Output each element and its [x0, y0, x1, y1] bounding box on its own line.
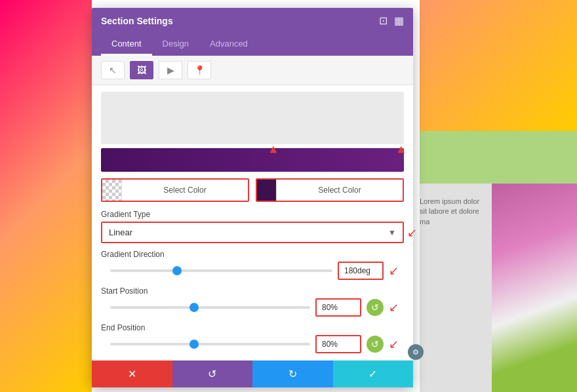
corner-settings-icon[interactable]: ⚙ — [408, 344, 424, 360]
start-position-reset-btn[interactable]: ↺ — [367, 299, 384, 316]
start-position-input[interactable] — [315, 298, 361, 317]
color-select-label-2: Select Color — [277, 186, 403, 195]
gradient-direction-row: ↙ — [110, 262, 395, 280]
cancel-button[interactable]: ✕ — [92, 361, 172, 387]
columns-icon[interactable]: ▦ — [394, 14, 404, 27]
bg-right-top — [420, 0, 577, 131]
gradient-direction-track — [110, 269, 332, 272]
color-select-btn-2[interactable]: Select Color — [256, 178, 404, 202]
modal-header-icons: ⊡ ▦ — [379, 14, 404, 27]
color-select-btn-1[interactable]: Select Color — [101, 178, 249, 202]
color-swatch-1 — [102, 180, 122, 201]
gradient-arrow-right: ▼ — [395, 143, 407, 157]
start-position-row: ↺ ↙ — [110, 298, 395, 317]
modal-footer: ✕ ↺ ↻ ✓ — [92, 360, 413, 387]
color-swatch-2 — [257, 180, 277, 201]
end-position-row: ↺ ↙ — [110, 335, 395, 353]
end-position-arrow: ↙ — [389, 337, 399, 351]
gradient-direction-thumb[interactable] — [172, 266, 182, 275]
preview-area — [101, 92, 404, 144]
icon-video[interactable]: ▶ — [159, 61, 182, 79]
gradient-direction-label: Gradient Direction — [101, 250, 404, 259]
gradient-type-arrow-indicator: ↙ — [407, 225, 417, 240]
modal-title: Section Settings — [101, 16, 173, 26]
gradient-direction-input[interactable] — [338, 262, 384, 280]
bg-left — [0, 0, 92, 392]
modal-tabs: Content Design Advanced — [92, 33, 413, 56]
icon-image[interactable]: 🖼 — [130, 61, 153, 79]
fullscreen-icon[interactable]: ⊡ — [379, 14, 388, 27]
redo-button[interactable]: ↻ — [252, 361, 333, 387]
end-position-thumb[interactable] — [189, 340, 199, 349]
start-position-label: Start Position — [101, 286, 404, 296]
icon-cursor[interactable]: ↖ — [101, 61, 125, 79]
gradient-type-label: Gradient Type — [101, 210, 404, 219]
start-position-track — [110, 306, 310, 309]
bg-photo — [492, 184, 577, 392]
gradient-type-group: Gradient Type Linear Radial ▼ ↙ — [101, 210, 404, 243]
gradient-bar: ▼ ▼ — [101, 148, 404, 172]
icon-row: ↖ 🖼 ▶ 📍 — [92, 56, 413, 85]
icon-map[interactable]: 📍 — [188, 61, 211, 79]
section-settings-modal: Section Settings ⊡ ▦ Content Design Adva… — [92, 8, 413, 387]
end-position-label: End Position — [101, 323, 404, 332]
tab-advanced[interactable]: Advanced — [199, 33, 258, 56]
lorem-text: Lorem ipsum dolor sit labore et dolore m… — [420, 197, 485, 227]
tab-content[interactable]: Content — [101, 33, 152, 56]
color-selectors: Select Color Select Color — [101, 178, 404, 202]
gradient-type-select[interactable]: Linear Radial — [102, 223, 403, 242]
gradient-direction-arrow: ↙ — [389, 264, 399, 278]
confirm-button[interactable]: ✓ — [333, 361, 414, 387]
gradient-direction-group: Gradient Direction ↙ — [101, 250, 404, 280]
color-select-label-1: Select Color — [122, 186, 248, 195]
end-position-track — [110, 343, 310, 345]
end-position-group: End Position ↺ ↙ — [101, 323, 404, 353]
start-position-arrow: ↙ — [389, 300, 399, 315]
end-position-reset-btn[interactable]: ↺ — [367, 336, 384, 353]
end-position-input[interactable] — [315, 335, 361, 353]
start-position-thumb[interactable] — [189, 303, 199, 312]
gradient-arrow-left: ▼ — [268, 143, 279, 157]
reset-button[interactable]: ↺ — [172, 361, 253, 387]
modal-header: Section Settings ⊡ ▦ — [92, 8, 413, 33]
tab-design[interactable]: Design — [152, 33, 199, 56]
gradient-type-select-wrapper: Linear Radial ▼ — [101, 222, 404, 243]
start-position-group: Start Position ↺ ↙ — [101, 286, 404, 317]
